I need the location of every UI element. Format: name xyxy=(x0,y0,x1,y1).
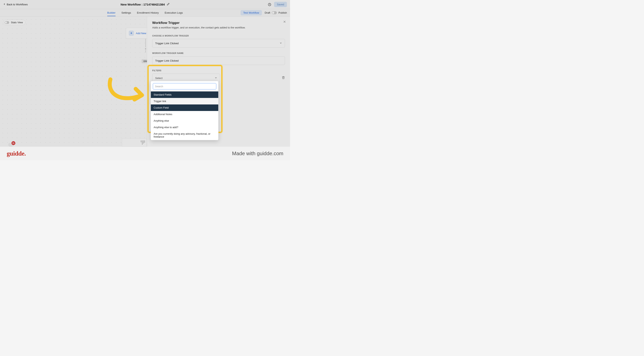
publish-label: Publish xyxy=(278,11,287,14)
stats-view-toggle[interactable] xyxy=(4,21,9,24)
history-icon[interactable] xyxy=(268,3,271,6)
connector-line xyxy=(145,39,146,53)
choose-trigger-label: CHOOSE A WORKFLOW TRIGGER xyxy=(152,35,285,37)
filters-label: FILTERS xyxy=(152,69,285,72)
trigger-type-select[interactable]: Trigger Link Clicked xyxy=(152,39,285,48)
dropdown-group-custom: Custom Field xyxy=(151,104,218,111)
trash-icon[interactable] xyxy=(282,76,285,80)
trigger-name-value: Trigger Link Clicked xyxy=(155,59,179,62)
topbar: Back to Workflows New Workflow : 1714748… xyxy=(0,0,290,9)
workflow-canvas[interactable]: Stats View + Add New Trig + END 31 xyxy=(0,17,147,160)
tab-execution-logs[interactable]: Execution Logs xyxy=(165,10,183,16)
tab-builder[interactable]: Builder xyxy=(107,10,116,16)
publish-toggle-group: Draft Publish xyxy=(264,11,287,14)
close-icon[interactable] xyxy=(283,20,286,24)
guidde-footer: guidde. Made with guidde.com xyxy=(0,147,290,160)
panel-title: Workflow Trigger xyxy=(152,21,285,25)
chevron-down-icon xyxy=(280,42,282,45)
canvas-minimap[interactable] xyxy=(122,138,147,147)
dropdown-item-trigger-link[interactable]: Trigger link xyxy=(151,98,218,104)
edit-icon[interactable] xyxy=(167,3,170,6)
dropdown-group-standard: Standard Fields xyxy=(151,91,218,98)
plus-icon: + xyxy=(129,31,134,36)
trigger-type-value: Trigger Link Clicked xyxy=(155,42,179,45)
chevron-down-icon xyxy=(215,77,217,80)
draft-label: Draft xyxy=(264,11,270,14)
stats-view-label: Stats View xyxy=(11,21,23,24)
publish-toggle[interactable] xyxy=(272,11,277,14)
back-to-workflows-button[interactable]: Back to Workflows xyxy=(3,3,28,6)
chevron-left-icon xyxy=(3,3,6,6)
panel-description: Adds a workflow trigger, and on executio… xyxy=(152,26,285,29)
dropdown-item-advisory-freelance[interactable]: Are you currently doing any advisory, fr… xyxy=(151,130,218,140)
dropdown-item-additional-notes[interactable]: Additional Notes xyxy=(151,111,218,117)
workflow-title: New Workflow : 1714748421384 xyxy=(120,3,165,6)
notifications-badge[interactable]: 31 xyxy=(8,142,16,147)
trigger-name-input[interactable]: Trigger Link Clicked xyxy=(152,56,285,65)
workflow-tabs: Builder Settings Enrollment History Exec… xyxy=(0,9,290,17)
made-with-guidde: Made with guidde.com xyxy=(232,150,283,156)
filter-select-placeholder: Select xyxy=(155,77,163,80)
dropdown-item-anything-else[interactable]: Anything else xyxy=(151,117,218,124)
stats-view-pill[interactable]: Stats View xyxy=(3,20,26,25)
tab-enrollment-history[interactable]: Enrollment History xyxy=(137,10,159,16)
test-workflow-button[interactable]: Test Workflow xyxy=(240,10,262,16)
saved-button[interactable]: Saved xyxy=(274,2,287,7)
badge-count: 31 xyxy=(11,141,16,145)
workflow-title-group: New Workflow : 1714748421384 xyxy=(120,3,170,6)
guidde-logo: guidde. xyxy=(7,150,26,157)
trigger-name-label: WORKFLOW TRIGGER NAME xyxy=(152,52,285,54)
dropdown-item-anything-else-to-add[interactable]: Anything else to add? xyxy=(151,124,218,130)
filter-field-dropdown: Standard Fields Trigger link Custom Fiel… xyxy=(151,81,218,140)
dropdown-search-input[interactable] xyxy=(153,83,216,89)
back-label: Back to Workflows xyxy=(7,3,28,6)
add-step-icon[interactable]: + xyxy=(144,47,147,50)
tab-settings[interactable]: Settings xyxy=(122,10,131,16)
